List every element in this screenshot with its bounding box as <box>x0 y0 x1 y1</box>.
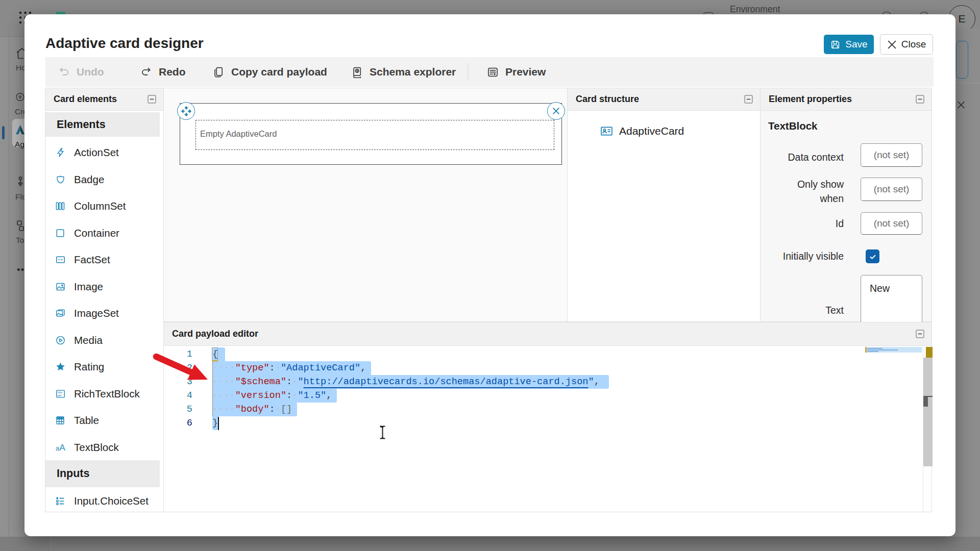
svg-text:a: a <box>56 445 59 452</box>
svg-text:A: A <box>59 443 65 453</box>
svg-text:def: def <box>58 394 62 397</box>
